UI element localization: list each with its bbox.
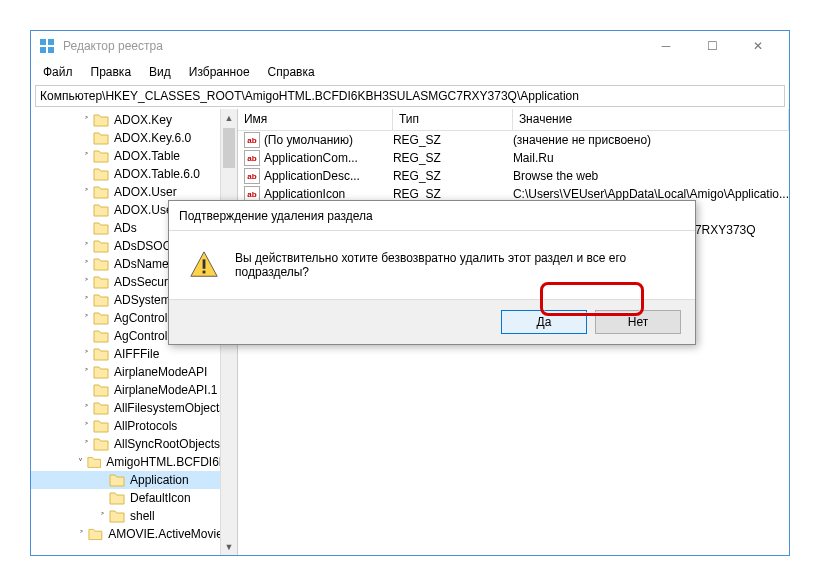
value-data: Mail.Ru — [513, 151, 789, 165]
tree-item[interactable]: ˃shell — [31, 507, 237, 525]
app-icon — [39, 38, 55, 54]
menu-favorites[interactable]: Избранное — [181, 63, 258, 81]
tree-item[interactable]: ˃AllProtocols — [31, 417, 237, 435]
list-row[interactable]: abApplicationDesc...REG_SZBrowse the web — [238, 167, 789, 185]
address-bar[interactable]: Компьютер\HKEY_CLASSES_ROOT\AmigoHTML.BC… — [35, 85, 785, 107]
folder-icon — [93, 401, 109, 415]
tree-item[interactable]: ˅AmigoHTML.BCFDI6KB — [31, 453, 237, 471]
folder-icon — [93, 257, 109, 271]
value-name: (По умолчанию) — [264, 133, 353, 147]
expand-icon[interactable] — [79, 203, 93, 217]
folder-icon — [93, 239, 109, 253]
tree-item-label: ADOX.Table — [112, 149, 182, 163]
expand-icon[interactable]: ˃ — [79, 293, 93, 307]
tree-item[interactable]: ˃ADOX.Table — [31, 147, 237, 165]
tree-item[interactable]: AirplaneModeAPI.1 — [31, 381, 237, 399]
list-row[interactable]: ab(По умолчанию)REG_SZ(значение не присв… — [238, 131, 789, 149]
address-path: Компьютер\HKEY_CLASSES_ROOT\AmigoHTML.BC… — [40, 89, 579, 103]
folder-icon — [93, 437, 109, 451]
col-type[interactable]: Тип — [393, 109, 513, 130]
dialog-message: Вы действительно хотите безвозвратно уда… — [235, 251, 675, 279]
tree-item-label: Application — [128, 473, 191, 487]
tree-item-label: ADSystem — [112, 293, 173, 307]
folder-icon — [93, 293, 109, 307]
expand-icon[interactable]: ˃ — [79, 113, 93, 127]
scroll-down-icon[interactable]: ▼ — [221, 538, 237, 555]
expand-icon[interactable]: ˃ — [79, 365, 93, 379]
expand-icon[interactable] — [79, 383, 93, 397]
tree-item[interactable]: ˃AllSyncRootObjects — [31, 435, 237, 453]
expand-icon[interactable]: ˃ — [79, 401, 93, 415]
close-button[interactable]: ✕ — [735, 31, 781, 61]
expand-icon[interactable]: ˃ — [75, 527, 88, 541]
tree-item[interactable]: ADOX.Table.6.0 — [31, 165, 237, 183]
tree-item-label: AllProtocols — [112, 419, 179, 433]
minimize-button[interactable]: ─ — [643, 31, 689, 61]
tree-item[interactable]: ˃ADOX.User — [31, 183, 237, 201]
tree-item-label: ADOX.Use — [112, 203, 175, 217]
tree-item[interactable]: ˃AllFilesystemObjects — [31, 399, 237, 417]
menu-file[interactable]: Файл — [35, 63, 81, 81]
folder-icon — [93, 221, 109, 235]
list-row[interactable]: abApplicationCom...REG_SZMail.Ru — [238, 149, 789, 167]
yes-button[interactable]: Да — [501, 310, 587, 334]
expand-icon[interactable]: ˃ — [79, 311, 93, 325]
menu-edit[interactable]: Правка — [83, 63, 140, 81]
expand-icon[interactable]: ˃ — [95, 509, 109, 523]
tree-item[interactable]: ˃AirplaneModeAPI — [31, 363, 237, 381]
expand-icon[interactable]: ˅ — [74, 455, 87, 469]
dialog-title[interactable]: Подтверждение удаления раздела — [169, 201, 695, 231]
expand-icon[interactable]: ˃ — [79, 419, 93, 433]
tree-item-label: AirplaneModeAPI — [112, 365, 209, 379]
value-name: ApplicationDesc... — [264, 169, 360, 183]
menu-view[interactable]: Вид — [141, 63, 179, 81]
folder-icon — [93, 419, 109, 433]
expand-icon[interactable]: ˃ — [79, 347, 93, 361]
scroll-up-icon[interactable]: ▲ — [221, 109, 237, 126]
tree-item-label: AMOVIE.ActiveMovie C — [106, 527, 237, 541]
col-name[interactable]: Имя — [238, 109, 393, 130]
folder-icon — [93, 203, 109, 217]
tree-item[interactable]: ˃AIFFFile — [31, 345, 237, 363]
tree-item[interactable]: Application — [31, 471, 237, 489]
expand-icon[interactable] — [79, 221, 93, 235]
confirm-dialog: Подтверждение удаления раздела Вы действ… — [168, 200, 696, 345]
tree-item-label: ADOX.Key.6.0 — [112, 131, 193, 145]
tree-item[interactable]: DefaultIcon — [31, 489, 237, 507]
folder-icon — [109, 509, 125, 523]
titlebar[interactable]: Редактор реестра ─ ☐ ✕ — [31, 31, 789, 61]
expand-icon[interactable]: ˃ — [79, 239, 93, 253]
tree-item-label: ADOX.Key — [112, 113, 174, 127]
no-button[interactable]: Нет — [595, 310, 681, 334]
maximize-button[interactable]: ☐ — [689, 31, 735, 61]
menu-help[interactable]: Справка — [260, 63, 323, 81]
expand-icon[interactable]: ˃ — [79, 149, 93, 163]
expand-icon[interactable]: ˃ — [79, 185, 93, 199]
folder-icon — [93, 149, 109, 163]
expand-icon[interactable] — [79, 329, 93, 343]
scroll-thumb[interactable] — [223, 128, 235, 168]
tree-item[interactable]: ˃ADOX.Key — [31, 111, 237, 129]
col-value[interactable]: Значение — [513, 109, 789, 130]
tree-item[interactable]: ˃AMOVIE.ActiveMovie C — [31, 525, 237, 543]
folder-icon — [88, 527, 103, 541]
folder-icon — [93, 131, 109, 145]
expand-icon[interactable] — [79, 167, 93, 181]
expand-icon[interactable] — [79, 131, 93, 145]
value-data: C:\Users\VEUser\AppData\Local\Amigo\Appl… — [513, 187, 789, 201]
expand-icon[interactable]: ˃ — [79, 257, 93, 271]
string-value-icon: ab — [244, 132, 260, 148]
expand-icon[interactable]: ˃ — [79, 275, 93, 289]
tree-item-label: ADsDSOO — [112, 239, 174, 253]
expand-icon[interactable] — [95, 473, 109, 487]
expand-icon[interactable] — [95, 491, 109, 505]
svg-rect-3 — [48, 47, 54, 53]
tree-item-label: ADs — [112, 221, 139, 235]
svg-rect-0 — [40, 39, 46, 45]
expand-icon[interactable]: ˃ — [79, 437, 93, 451]
svg-rect-6 — [203, 271, 206, 274]
folder-icon — [87, 455, 101, 469]
tree-item[interactable]: ADOX.Key.6.0 — [31, 129, 237, 147]
string-value-icon: ab — [244, 150, 260, 166]
value-type: REG_SZ — [393, 151, 513, 165]
